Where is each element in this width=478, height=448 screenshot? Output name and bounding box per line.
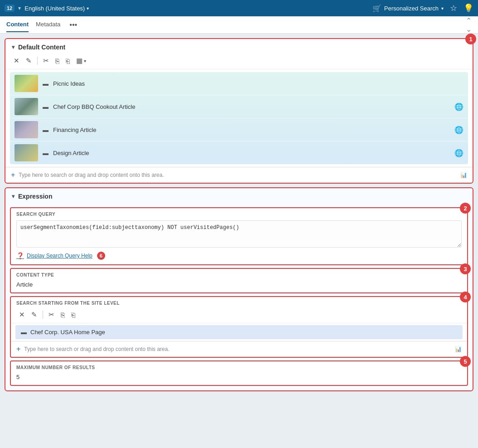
max-results-subsection: 5 MAXIMUM NUMBER OF RESULTS 5 xyxy=(10,360,468,386)
close-button[interactable]: ✕ xyxy=(12,55,21,66)
default-content-section: 1 ▾ Default Content ✕ ✎ ✂ ⎘ ⎗ ▦ ▾ ▬ xyxy=(5,38,473,184)
chef-label: Chef Corp BBQ Cookout Article xyxy=(53,103,450,110)
design-label: Design Article xyxy=(53,150,450,156)
expression-section: ▾ Expression 2 SEARCH QUERY ❓ Display Se… xyxy=(5,187,473,391)
help-link-label: Display Search Query Help xyxy=(27,253,93,259)
help-link[interactable]: ❓ Display Search Query Help 6 xyxy=(11,252,467,264)
site-item[interactable]: ▬ Chef Corp. USA Home Page xyxy=(15,325,463,339)
list-item[interactable]: ▬ Design Article 🌐 xyxy=(10,141,468,164)
site-level-label: SEARCH STARTING FROM THE SITE LEVEL xyxy=(11,297,467,307)
search-query-subsection: 2 SEARCH QUERY ❓ Display Search Query He… xyxy=(10,207,468,265)
add-content-area[interactable]: + Type here to search or drag and drop c… xyxy=(5,167,473,183)
sl-cut-button[interactable]: ✂ xyxy=(47,309,56,320)
content-type-subsection: 3 CONTENT TYPE Article xyxy=(10,268,468,293)
edit-button[interactable]: ✎ xyxy=(24,55,34,66)
tab-metadata[interactable]: Metadata xyxy=(36,17,60,32)
content-type-value: Article xyxy=(11,279,467,292)
language-label: English (United States) xyxy=(24,5,85,12)
picnic-thumb xyxy=(15,75,38,92)
content-list: ▬ Picnic Ideas ▬ Chef Corp BBQ Cookout A… xyxy=(10,72,468,164)
article-icon: ▬ xyxy=(43,150,49,156)
add-placeholder: Type here to search or drag and drop con… xyxy=(19,172,164,178)
max-results-value: 5 xyxy=(11,372,467,385)
site-level-toolbar: ✕ ✎ ✂ ⎘ ⎗ xyxy=(11,307,467,323)
sl-paste-button[interactable]: ⎗ xyxy=(69,310,77,320)
add-icon: + xyxy=(16,345,20,353)
section-badge-1: 1 xyxy=(465,34,476,44)
subsection-badge-5: 5 xyxy=(460,356,471,367)
star-icon[interactable]: ☆ xyxy=(450,3,457,13)
globe-icon: 🌐 xyxy=(454,102,463,111)
expression-collapse-icon[interactable]: ▾ xyxy=(12,193,15,200)
app-chevron-icon: ▾ xyxy=(441,6,444,11)
sl-close-button[interactable]: ✕ xyxy=(17,309,27,320)
list-item[interactable]: ▬ Financing Article 🌐 xyxy=(10,118,468,141)
badge-6: 6 xyxy=(97,252,105,260)
toolbar-sep xyxy=(43,311,43,319)
page-icon: ▬ xyxy=(21,329,27,336)
list-item[interactable]: ▬ Picnic Ideas xyxy=(10,72,468,95)
add-site-placeholder: Type here to search or drag and drop con… xyxy=(24,346,169,352)
article-icon: ▬ xyxy=(43,127,49,133)
add-icon: + xyxy=(11,171,15,179)
main-content: 1 ▾ Default Content ✕ ✎ ✂ ⎘ ⎗ ▦ ▾ ▬ xyxy=(0,34,478,396)
financing-thumb xyxy=(15,121,38,138)
cart-icon: 🛒 xyxy=(372,4,381,13)
cut-button[interactable]: ✂ xyxy=(41,55,51,66)
view-chevron-icon: ▾ xyxy=(84,58,86,63)
toolbar-separator xyxy=(37,57,38,65)
collapse-button[interactable]: ⌃⌄ xyxy=(466,16,472,34)
chart-icon: 📊 xyxy=(460,172,467,178)
globe-icon: 🌐 xyxy=(454,126,463,134)
tab-more-button[interactable]: ••• xyxy=(69,21,77,29)
subsection-badge-4: 4 xyxy=(460,292,471,302)
chevron-down-icon[interactable]: ▾ xyxy=(18,5,21,11)
article-icon: ▬ xyxy=(43,80,49,87)
language-selector[interactable]: English (United States) ▾ xyxy=(24,5,89,12)
financing-label: Financing Article xyxy=(53,127,450,133)
default-content-header: ▾ Default Content xyxy=(5,39,473,54)
list-item[interactable]: ▬ Chef Corp BBQ Cookout Article 🌐 xyxy=(10,95,468,118)
app-name-container[interactable]: 🛒 Personalized Search ▾ xyxy=(372,4,444,13)
tab-content[interactable]: Content xyxy=(6,17,29,32)
search-query-input[interactable] xyxy=(16,220,462,248)
topbar-left: 12 ▾ English (United States) ▾ xyxy=(5,5,89,12)
bulb-icon[interactable]: 💡 xyxy=(463,3,473,13)
help-icon: ❓ xyxy=(16,252,24,259)
sl-copy-button[interactable]: ⎘ xyxy=(59,310,67,320)
paste-button[interactable]: ⎗ xyxy=(64,56,72,66)
globe-icon: 🌐 xyxy=(454,149,463,157)
copy-button[interactable]: ⎘ xyxy=(54,56,61,66)
lang-chevron-icon: ▾ xyxy=(87,6,89,11)
design-thumb xyxy=(15,144,38,161)
site-level-subsection: 4 SEARCH STARTING FROM THE SITE LEVEL ✕ … xyxy=(10,296,468,358)
collapse-icon[interactable]: ▾ xyxy=(12,44,15,50)
view-icon: ▦ xyxy=(76,57,83,65)
default-content-title: Default Content xyxy=(18,44,65,51)
search-query-label: SEARCH QUERY xyxy=(11,208,467,219)
chef-thumb xyxy=(15,98,38,115)
picnic-label: Picnic Ideas xyxy=(53,80,463,87)
view-button[interactable]: ▦ ▾ xyxy=(74,55,88,66)
app-name-label: Personalized Search xyxy=(384,5,439,12)
site-label: Chef Corp. USA Home Page xyxy=(30,329,105,336)
app-badge: 12 xyxy=(5,5,15,12)
subsection-badge-2: 2 xyxy=(460,203,471,214)
subsection-badge-3: 3 xyxy=(460,263,471,274)
max-results-label: MAXIMUM NUMBER OF RESULTS xyxy=(11,361,467,372)
expression-header: ▾ Expression xyxy=(5,188,473,205)
article-icon: ▬ xyxy=(43,103,49,110)
chart-icon: 📊 xyxy=(455,346,462,352)
expression-title: Expression xyxy=(18,193,52,200)
tabbar: Content Metadata ••• ⌃⌄ xyxy=(0,16,478,34)
add-site-area[interactable]: + Type here to search or drag and drop c… xyxy=(11,341,467,357)
sl-edit-button[interactable]: ✎ xyxy=(29,309,39,320)
topbar-right: 🛒 Personalized Search ▾ ☆ 💡 xyxy=(372,3,473,13)
topbar: 12 ▾ English (United States) ▾ 🛒 Persona… xyxy=(0,0,478,16)
default-content-toolbar: ✕ ✎ ✂ ⎘ ⎗ ▦ ▾ xyxy=(5,54,473,69)
content-type-label: CONTENT TYPE xyxy=(11,269,467,279)
